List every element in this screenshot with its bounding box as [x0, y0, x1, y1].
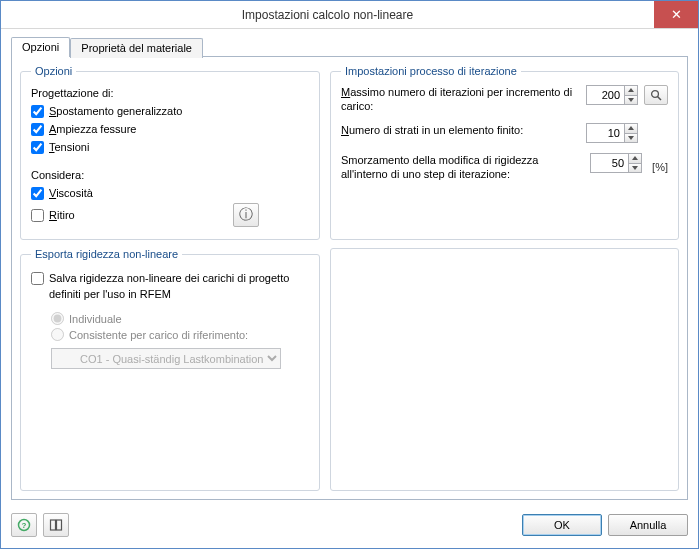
checkbox-save-stiffness-label: Salva rigidezza non-lineare dei carichi … — [49, 270, 309, 302]
radio-consistente-label: Consistente per carico di riferimento: — [69, 329, 248, 341]
chevron-down-icon[interactable] — [625, 96, 637, 105]
radio-consistente-input — [51, 328, 64, 341]
groupbox-iterazione: Impostazioni processo di iterazione Mass… — [330, 65, 679, 240]
svg-marker-4 — [628, 126, 634, 130]
tab-panel-options: Opzioni Progettazione di: Spostamento ge… — [11, 56, 688, 500]
units-icon — [49, 518, 63, 532]
units-button[interactable] — [43, 513, 69, 537]
checkbox-viscosita-label: Viscosità — [49, 185, 93, 201]
spinner-strati-buttons[interactable] — [624, 123, 638, 143]
radio-individuale-input — [51, 312, 64, 325]
checkbox-tensioni[interactable]: Tensioni — [31, 139, 309, 155]
row-strati: Numero di strati in un elemento finito: — [341, 123, 668, 143]
tab-options-label: Opzioni — [22, 41, 59, 53]
top-row: Opzioni Progettazione di: Spostamento ge… — [20, 65, 679, 240]
tab-material-label: Proprietà del materiale — [81, 42, 192, 54]
checkbox-spostamento-label: Spostamento generalizzato — [49, 103, 182, 119]
legend-export: Esporta rigidezza non-lineare — [31, 248, 182, 260]
checkbox-save-stiffness[interactable]: Salva rigidezza non-lineare dei carichi … — [31, 270, 309, 302]
search-iter-button[interactable] — [644, 85, 668, 105]
help-button[interactable]: ? — [11, 513, 37, 537]
svg-line-3 — [657, 96, 661, 100]
spinner-smorz[interactable] — [590, 153, 642, 173]
combo-load-case: CO1 - Quasi-ständig Lastkombination — [51, 348, 281, 369]
spinner-smorz-buttons[interactable] — [628, 153, 642, 173]
close-button[interactable]: ✕ — [654, 1, 698, 28]
svg-marker-7 — [632, 166, 638, 170]
checkbox-viscosita[interactable]: Viscosità — [31, 185, 309, 201]
radio-individuale: Individuale — [51, 312, 309, 325]
dialog-footer: ? OK Annulla — [1, 508, 698, 548]
checkbox-save-stiffness-input[interactable] — [31, 272, 44, 285]
chevron-down-icon[interactable] — [629, 164, 641, 173]
checkbox-viscosita-input[interactable] — [31, 187, 44, 200]
chevron-up-icon[interactable] — [625, 124, 637, 134]
dialog-window: Impostazioni calcolo non-lineare ✕ Opzio… — [0, 0, 699, 549]
svg-marker-6 — [632, 156, 638, 160]
checkbox-ritiro-label: Ritiro — [49, 207, 75, 223]
spinner-strati-input[interactable] — [586, 123, 624, 143]
cancel-button[interactable]: Annulla — [608, 514, 688, 536]
groupbox-empty — [330, 248, 679, 491]
svg-text:?: ? — [22, 521, 27, 530]
svg-marker-5 — [628, 136, 634, 140]
unit-percent: [%] — [652, 161, 668, 173]
label-smorz: Smorzamento della modifica di rigidezza … — [341, 153, 584, 181]
checkbox-spostamento[interactable]: Spostamento generalizzato — [31, 103, 309, 119]
groupbox-opzioni: Opzioni Progettazione di: Spostamento ge… — [20, 65, 320, 240]
checkbox-ritiro[interactable]: Ritiro — [31, 207, 75, 223]
spinner-max-iter-buttons[interactable] — [624, 85, 638, 105]
cancel-button-label: Annulla — [630, 519, 667, 531]
checkbox-tensioni-label: Tensioni — [49, 139, 89, 155]
radio-consistente: Consistente per carico di riferimento: — [51, 328, 309, 341]
spinner-max-iter-input[interactable] — [586, 85, 624, 105]
chevron-up-icon[interactable] — [629, 154, 641, 164]
checkbox-ritiro-input[interactable] — [31, 209, 44, 222]
help-icon: ? — [17, 518, 31, 532]
groupbox-export: Esporta rigidezza non-lineare Salva rigi… — [20, 248, 320, 491]
tab-options[interactable]: Opzioni — [11, 37, 70, 57]
ok-button-label: OK — [554, 519, 570, 531]
spinner-strati[interactable] — [586, 123, 638, 143]
checkbox-ampiezza-label: Ampiezza fessure — [49, 121, 136, 137]
window-title: Impostazioni calcolo non-lineare — [1, 8, 654, 22]
label-max-iter: Massimo numero di iterazioni per increme… — [341, 85, 580, 113]
close-icon: ✕ — [671, 7, 682, 22]
svg-marker-0 — [628, 88, 634, 92]
svg-rect-11 — [57, 520, 62, 530]
checkbox-ampiezza-input[interactable] — [31, 123, 44, 136]
bottom-row: Esporta rigidezza non-lineare Salva rigi… — [20, 248, 679, 491]
spinner-max-iter[interactable] — [586, 85, 638, 105]
radio-individuale-label: Individuale — [69, 313, 122, 325]
svg-rect-10 — [51, 520, 56, 530]
ok-button[interactable]: OK — [522, 514, 602, 536]
legend-opzioni: Opzioni — [31, 65, 76, 77]
chevron-down-icon[interactable] — [625, 134, 637, 143]
svg-marker-1 — [628, 98, 634, 102]
magnifier-icon — [650, 89, 663, 102]
label-progettazione: Progettazione di: — [31, 87, 309, 99]
chevron-up-icon[interactable] — [625, 86, 637, 96]
checkbox-ampiezza[interactable]: Ampiezza fessure — [31, 121, 309, 137]
content-area: Opzioni Proprietà del materiale Opzioni … — [1, 29, 698, 508]
info-icon: ⓘ — [239, 206, 253, 224]
titlebar: Impostazioni calcolo non-lineare ✕ — [1, 1, 698, 29]
checkbox-tensioni-input[interactable] — [31, 141, 44, 154]
label-strati: Numero di strati in un elemento finito: — [341, 123, 580, 137]
checkbox-spostamento-input[interactable] — [31, 105, 44, 118]
row-max-iter: Massimo numero di iterazioni per increme… — [341, 85, 668, 113]
tab-material[interactable]: Proprietà del materiale — [70, 38, 203, 58]
legend-iterazione: Impostazioni processo di iterazione — [341, 65, 521, 77]
tab-strip: Opzioni Proprietà del materiale — [11, 37, 688, 57]
svg-point-2 — [651, 90, 658, 97]
info-button[interactable]: ⓘ — [233, 203, 259, 227]
label-considera: Considera: — [31, 169, 309, 181]
row-smorz: Smorzamento della modifica di rigidezza … — [341, 153, 668, 181]
spinner-smorz-input[interactable] — [590, 153, 628, 173]
